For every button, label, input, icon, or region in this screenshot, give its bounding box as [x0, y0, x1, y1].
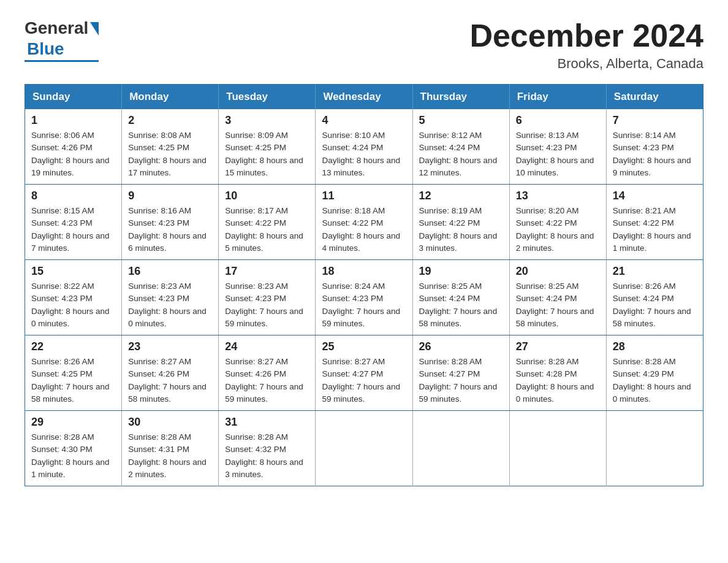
day-of-week-friday: Friday [509, 85, 606, 110]
sunset-label: Sunset: 4:29 PM [613, 369, 674, 378]
day-info: Sunrise: 8:16 AM Sunset: 4:23 PM Dayligh… [128, 205, 212, 255]
day-number: 20 [516, 265, 600, 278]
daylight-label: Daylight: 8 hours and 7 minutes. [31, 231, 110, 253]
sunrise-label: Sunrise: 8:23 AM [128, 282, 191, 291]
daylight-label: Daylight: 7 hours and 59 minutes. [225, 382, 303, 404]
day-number: 9 [128, 190, 212, 202]
sunset-label: Sunset: 4:28 PM [516, 369, 577, 378]
day-info: Sunrise: 8:10 AM Sunset: 4:24 PM Dayligh… [322, 129, 406, 179]
calendar-week-row: 15 Sunrise: 8:22 AM Sunset: 4:23 PM Dayl… [25, 260, 703, 335]
daylight-label: Daylight: 7 hours and 59 minutes. [419, 382, 498, 404]
day-info: Sunrise: 8:27 AM Sunset: 4:26 PM Dayligh… [128, 356, 212, 405]
day-number: 23 [128, 340, 212, 353]
sunrise-label: Sunrise: 8:28 AM [31, 432, 94, 442]
day-info: Sunrise: 8:19 AM Sunset: 4:22 PM Dayligh… [419, 205, 503, 255]
day-info: Sunrise: 8:21 AM Sunset: 4:22 PM Dayligh… [613, 205, 697, 255]
calendar-cell: 22 Sunrise: 8:26 AM Sunset: 4:25 PM Dayl… [25, 335, 122, 411]
daylight-label: Daylight: 8 hours and 9 minutes. [613, 156, 691, 177]
calendar-cell: 29 Sunrise: 8:28 AM Sunset: 4:30 PM Dayl… [25, 411, 122, 486]
calendar-cell: 12 Sunrise: 8:19 AM Sunset: 4:22 PM Dayl… [412, 185, 509, 260]
day-info: Sunrise: 8:20 AM Sunset: 4:22 PM Dayligh… [516, 205, 600, 255]
sunrise-label: Sunrise: 8:25 AM [419, 282, 482, 291]
calendar-cell: 28 Sunrise: 8:28 AM Sunset: 4:29 PM Dayl… [606, 335, 703, 411]
calendar-cell: 30 Sunrise: 8:28 AM Sunset: 4:31 PM Dayl… [122, 411, 219, 486]
sunrise-label: Sunrise: 8:09 AM [225, 131, 288, 140]
daylight-label: Daylight: 7 hours and 58 minutes. [613, 307, 691, 328]
sunset-label: Sunset: 4:30 PM [31, 445, 93, 454]
sunrise-label: Sunrise: 8:14 AM [613, 131, 676, 140]
day-number: 14 [613, 190, 697, 202]
daylight-label: Daylight: 8 hours and 0 minutes. [128, 307, 207, 328]
day-number: 16 [128, 265, 212, 278]
calendar-cell: 21 Sunrise: 8:26 AM Sunset: 4:24 PM Dayl… [606, 260, 703, 335]
day-info: Sunrise: 8:23 AM Sunset: 4:23 PM Dayligh… [225, 280, 309, 330]
sunset-label: Sunset: 4:24 PM [322, 143, 383, 152]
sunrise-label: Sunrise: 8:28 AM [516, 357, 579, 366]
calendar-cell: 19 Sunrise: 8:25 AM Sunset: 4:24 PM Dayl… [412, 260, 509, 335]
daylight-label: Daylight: 8 hours and 13 minutes. [322, 156, 400, 177]
sunrise-label: Sunrise: 8:28 AM [613, 357, 676, 366]
sunset-label: Sunset: 4:22 PM [516, 218, 577, 228]
sunset-label: Sunset: 4:23 PM [322, 294, 383, 303]
calendar-cell: 25 Sunrise: 8:27 AM Sunset: 4:27 PM Dayl… [316, 335, 412, 411]
sunset-label: Sunset: 4:23 PM [516, 143, 577, 152]
day-of-week-tuesday: Tuesday [219, 85, 316, 110]
sunset-label: Sunset: 4:24 PM [419, 143, 480, 152]
calendar-cell [316, 411, 412, 486]
day-info: Sunrise: 8:28 AM Sunset: 4:29 PM Dayligh… [613, 356, 697, 405]
logo-blue-text: Blue [27, 39, 64, 59]
daylight-label: Daylight: 8 hours and 17 minutes. [128, 156, 207, 177]
calendar-week-row: 29 Sunrise: 8:28 AM Sunset: 4:30 PM Dayl… [25, 411, 703, 486]
logo: General Blue [25, 18, 99, 62]
sunrise-label: Sunrise: 8:27 AM [225, 357, 288, 366]
sunset-label: Sunset: 4:22 PM [225, 218, 286, 228]
day-number: 29 [31, 416, 115, 429]
sunrise-label: Sunrise: 8:26 AM [31, 357, 94, 366]
calendar-cell: 7 Sunrise: 8:14 AM Sunset: 4:23 PM Dayli… [606, 109, 703, 185]
day-info: Sunrise: 8:18 AM Sunset: 4:22 PM Dayligh… [322, 205, 406, 255]
daylight-label: Daylight: 7 hours and 58 minutes. [128, 382, 207, 404]
daylight-label: Daylight: 8 hours and 15 minutes. [225, 156, 303, 177]
sunrise-label: Sunrise: 8:12 AM [419, 131, 482, 140]
daylight-label: Daylight: 8 hours and 4 minutes. [322, 231, 400, 253]
day-number: 25 [322, 340, 406, 353]
daylight-label: Daylight: 7 hours and 59 minutes. [322, 307, 400, 328]
sunset-label: Sunset: 4:24 PM [419, 294, 480, 303]
day-number: 12 [419, 190, 503, 202]
day-number: 27 [516, 340, 600, 353]
daylight-label: Daylight: 7 hours and 58 minutes. [419, 307, 498, 328]
day-info: Sunrise: 8:09 AM Sunset: 4:25 PM Dayligh… [225, 129, 309, 179]
day-of-week-thursday: Thursday [412, 85, 509, 110]
page-header: General Blue December 2024 Brooks, Alber… [25, 18, 703, 72]
sunset-label: Sunset: 4:26 PM [128, 369, 189, 378]
day-info: Sunrise: 8:27 AM Sunset: 4:26 PM Dayligh… [225, 356, 309, 405]
day-info: Sunrise: 8:06 AM Sunset: 4:26 PM Dayligh… [31, 129, 115, 179]
sunset-label: Sunset: 4:24 PM [516, 294, 577, 303]
day-info: Sunrise: 8:13 AM Sunset: 4:23 PM Dayligh… [516, 129, 600, 179]
daylight-label: Daylight: 8 hours and 6 minutes. [128, 231, 207, 253]
sunrise-label: Sunrise: 8:21 AM [613, 206, 676, 215]
calendar-cell: 2 Sunrise: 8:08 AM Sunset: 4:25 PM Dayli… [122, 109, 219, 185]
day-number: 21 [613, 265, 697, 278]
sunrise-label: Sunrise: 8:22 AM [31, 282, 94, 291]
day-info: Sunrise: 8:14 AM Sunset: 4:23 PM Dayligh… [613, 129, 697, 179]
calendar-cell [412, 411, 509, 486]
day-info: Sunrise: 8:08 AM Sunset: 4:25 PM Dayligh… [128, 129, 212, 179]
day-number: 19 [419, 265, 503, 278]
day-number: 4 [322, 114, 406, 127]
sunset-label: Sunset: 4:23 PM [128, 294, 189, 303]
day-info: Sunrise: 8:25 AM Sunset: 4:24 PM Dayligh… [419, 280, 503, 330]
calendar-cell: 3 Sunrise: 8:09 AM Sunset: 4:25 PM Dayli… [219, 109, 316, 185]
day-number: 18 [322, 265, 406, 278]
sunrise-label: Sunrise: 8:19 AM [419, 206, 482, 215]
sunrise-label: Sunrise: 8:27 AM [322, 357, 385, 366]
logo-triangle-icon [90, 22, 99, 36]
daylight-label: Daylight: 8 hours and 12 minutes. [419, 156, 498, 177]
day-info: Sunrise: 8:15 AM Sunset: 4:23 PM Dayligh… [31, 205, 115, 255]
day-info: Sunrise: 8:12 AM Sunset: 4:24 PM Dayligh… [419, 129, 503, 179]
sunrise-label: Sunrise: 8:08 AM [128, 131, 191, 140]
calendar-cell: 10 Sunrise: 8:17 AM Sunset: 4:22 PM Dayl… [219, 185, 316, 260]
day-info: Sunrise: 8:28 AM Sunset: 4:28 PM Dayligh… [516, 356, 600, 405]
daylight-label: Daylight: 8 hours and 10 minutes. [516, 156, 594, 177]
sunset-label: Sunset: 4:22 PM [613, 218, 674, 228]
